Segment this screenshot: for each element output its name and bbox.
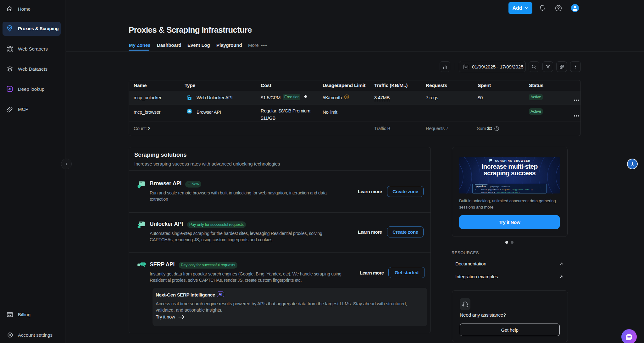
svg-text:AI: AI bbox=[8, 87, 11, 91]
